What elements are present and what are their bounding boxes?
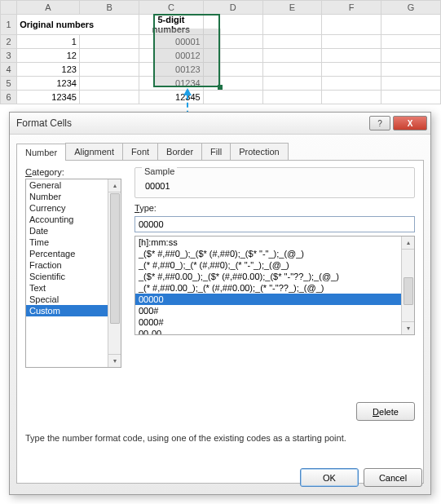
cell[interactable] bbox=[381, 49, 441, 63]
category-item[interactable]: Text bbox=[26, 282, 121, 294]
cell[interactable] bbox=[322, 15, 381, 35]
category-listbox[interactable]: General Number Currency Accounting Date … bbox=[25, 179, 121, 368]
delete-button[interactable]: Delete bbox=[356, 402, 415, 421]
scrollbar-thumb[interactable] bbox=[110, 193, 120, 324]
row-header[interactable]: 3 bbox=[1, 49, 17, 63]
row-header[interactable]: 5 bbox=[1, 77, 17, 91]
cell[interactable] bbox=[203, 49, 262, 63]
cell[interactable]: 01234 bbox=[139, 77, 203, 91]
category-item[interactable]: Percentage bbox=[26, 248, 121, 259]
cell[interactable] bbox=[262, 77, 322, 91]
cell[interactable]: 00001 bbox=[139, 35, 203, 49]
row-header[interactable]: 4 bbox=[1, 63, 17, 77]
cell[interactable]: 00123 bbox=[139, 63, 203, 77]
cell[interactable] bbox=[203, 63, 262, 77]
cell[interactable] bbox=[203, 91, 262, 104]
col-header-g[interactable]: G bbox=[381, 1, 441, 15]
row-header[interactable]: 2 bbox=[1, 35, 17, 49]
type-input[interactable] bbox=[135, 216, 415, 232]
category-item[interactable]: Scientific bbox=[26, 271, 121, 282]
cell[interactable] bbox=[79, 35, 139, 49]
col-header-d[interactable]: D bbox=[203, 1, 262, 15]
cell[interactable]: 1 bbox=[17, 35, 80, 49]
cell[interactable] bbox=[322, 91, 381, 104]
spreadsheet-grid[interactable]: A B C D E F G 1 Original numbers 5-digit… bbox=[0, 0, 441, 104]
cell[interactable] bbox=[381, 15, 441, 35]
cell[interactable] bbox=[79, 49, 139, 63]
cell[interactable] bbox=[262, 63, 322, 77]
cell[interactable] bbox=[322, 63, 381, 77]
cell[interactable] bbox=[381, 77, 441, 91]
category-item[interactable]: Special bbox=[26, 294, 121, 305]
titlebar[interactable]: Format Cells ? X bbox=[10, 113, 430, 135]
cell[interactable]: Original numbers bbox=[17, 15, 139, 35]
cell[interactable] bbox=[262, 35, 322, 49]
col-header-a[interactable]: A bbox=[17, 1, 80, 15]
col-header-e[interactable]: E bbox=[262, 1, 322, 15]
row-header[interactable]: 6 bbox=[1, 91, 17, 104]
cell[interactable] bbox=[381, 91, 441, 104]
category-item-selected[interactable]: Custom bbox=[26, 305, 121, 316]
format-code-item[interactable]: _($* #,##0.00_);_($* (#,##0.00);_($* "-"… bbox=[135, 271, 414, 282]
format-code-item[interactable]: 00-00 bbox=[135, 328, 414, 335]
category-item[interactable]: Currency bbox=[26, 202, 121, 214]
scrollbar-thumb[interactable] bbox=[404, 277, 413, 305]
col-header-f[interactable]: F bbox=[322, 1, 381, 15]
cell[interactable]: 1234 bbox=[17, 77, 80, 91]
cell[interactable] bbox=[262, 91, 322, 104]
cell[interactable] bbox=[322, 49, 381, 63]
cancel-button[interactable]: Cancel bbox=[364, 468, 422, 487]
select-all-corner[interactable] bbox=[1, 1, 17, 15]
col-header-c[interactable]: C bbox=[139, 1, 203, 15]
format-code-item[interactable]: [h]:mm:ss bbox=[135, 237, 414, 248]
cell[interactable] bbox=[79, 63, 139, 77]
scroll-up-icon[interactable]: ▴ bbox=[402, 237, 414, 250]
cell[interactable]: 5-digit numbers bbox=[139, 15, 203, 35]
format-code-item[interactable]: _($* #,##0_);_($* (#,##0);_($* "-"_);_(@… bbox=[135, 248, 414, 259]
cell[interactable] bbox=[79, 91, 139, 104]
tab-font[interactable]: Font bbox=[122, 143, 158, 160]
help-button[interactable]: ? bbox=[369, 116, 390, 130]
format-code-item[interactable]: 000# bbox=[135, 305, 414, 316]
cell[interactable] bbox=[322, 35, 381, 49]
format-code-item[interactable]: 0000# bbox=[135, 316, 414, 328]
cell[interactable] bbox=[203, 77, 262, 91]
tab-number[interactable]: Number bbox=[16, 144, 66, 161]
format-code-item-selected[interactable]: 00000 bbox=[135, 294, 414, 305]
tab-alignment[interactable]: Alignment bbox=[65, 143, 123, 160]
scroll-down-icon[interactable]: ▾ bbox=[108, 354, 121, 367]
category-item[interactable]: Date bbox=[26, 225, 121, 237]
cell[interactable] bbox=[79, 77, 139, 91]
tab-border[interactable]: Border bbox=[157, 143, 202, 160]
category-item[interactable]: Accounting bbox=[26, 214, 121, 225]
cell[interactable]: 123 bbox=[17, 63, 80, 77]
cell[interactable] bbox=[262, 49, 322, 63]
format-code-listbox[interactable]: [h]:mm:ss _($* #,##0_);_($* (#,##0);_($*… bbox=[135, 236, 415, 335]
tab-fill[interactable]: Fill bbox=[201, 143, 231, 160]
cell[interactable]: 12345 bbox=[17, 91, 80, 104]
scrollbar[interactable]: ▴ ▾ bbox=[108, 179, 121, 367]
tab-protection[interactable]: Protection bbox=[230, 143, 289, 160]
cell[interactable] bbox=[322, 77, 381, 91]
cell[interactable] bbox=[381, 35, 441, 49]
cell[interactable] bbox=[381, 63, 441, 77]
category-item[interactable]: Fraction bbox=[26, 259, 121, 271]
close-button[interactable]: X bbox=[393, 116, 427, 130]
cell[interactable] bbox=[262, 15, 322, 35]
format-code-item[interactable]: _(* #,##0_);_(* (#,##0);_(* "-"_);_(@_) bbox=[135, 259, 414, 271]
category-item[interactable]: General bbox=[26, 179, 121, 191]
ok-button[interactable]: OK bbox=[300, 468, 359, 487]
category-item[interactable]: Number bbox=[26, 191, 121, 202]
scrollbar[interactable]: ▴ ▾ bbox=[401, 237, 414, 334]
fill-handle[interactable] bbox=[218, 85, 223, 90]
scroll-up-icon[interactable]: ▴ bbox=[108, 179, 121, 192]
cell[interactable]: 12345 bbox=[139, 91, 203, 104]
scroll-down-icon[interactable]: ▾ bbox=[402, 321, 414, 334]
format-code-item[interactable]: _(* #,##0.00_);_(* (#,##0.00);_(* "-"??_… bbox=[135, 282, 414, 294]
row-header[interactable]: 1 bbox=[1, 15, 17, 35]
col-header-b[interactable]: B bbox=[79, 1, 139, 15]
cell[interactable] bbox=[203, 15, 262, 35]
cell[interactable] bbox=[203, 35, 262, 49]
cell[interactable]: 12 bbox=[17, 49, 80, 63]
category-item[interactable]: Time bbox=[26, 237, 121, 248]
